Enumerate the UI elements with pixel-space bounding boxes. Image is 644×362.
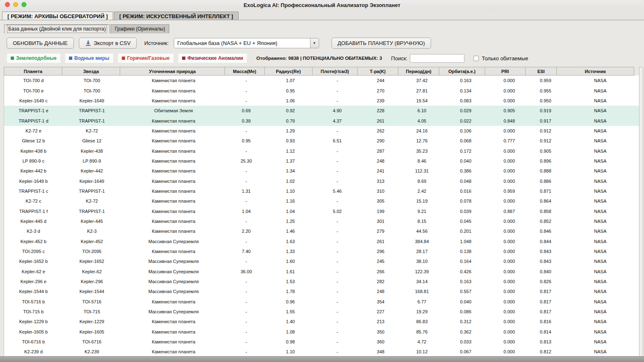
column-header-star[interactable]: Звезда xyxy=(62,67,120,76)
table-row[interactable]: Gliese 12 bGliese 12Каменистая планета0.… xyxy=(4,136,643,146)
column-header-density[interactable]: Плотн(г/см3) xyxy=(312,67,358,76)
column-header-nature[interactable]: Уточненная природа xyxy=(120,67,225,76)
cell-nature: Каменистая планета xyxy=(121,339,226,344)
cell-temp: 282 xyxy=(360,279,401,284)
search-input[interactable] xyxy=(410,54,464,63)
legend-color-swatch xyxy=(122,57,125,60)
cell-radius: 1.06 xyxy=(266,98,315,103)
cell-period: 9.21 xyxy=(401,209,443,214)
table-row[interactable]: K2-3 dK2-3Каменистая планета2.201.46-279… xyxy=(4,226,643,236)
close-button[interactable] xyxy=(5,2,10,7)
cell-radius: 1.55 xyxy=(266,309,315,314)
tab-database[interactable]: База данных (Двойной клик для паспорта) xyxy=(4,24,110,33)
table-row[interactable]: TOI-715 bTOI-715Массивная Суперземля-1.5… xyxy=(4,307,643,317)
cell-source: NASA xyxy=(561,219,639,224)
cell-planet: Kepler-296 e xyxy=(4,279,63,284)
cell-nature: Каменистая планета xyxy=(121,149,226,154)
column-header-source[interactable]: Источник xyxy=(556,67,634,76)
cell-radius: 1.10 xyxy=(266,349,315,354)
cell-radius: 1.04 xyxy=(266,209,315,214)
cell-nature: Обитаемая Земля xyxy=(121,108,226,113)
cell-radius: 1.12 xyxy=(266,149,315,154)
export-csv-icon xyxy=(85,40,91,46)
cell-planet: Kepler-452 b xyxy=(4,239,63,244)
cell-star: LP 890-9 xyxy=(63,159,121,163)
table-row[interactable]: K2-72 cK2-72Каменистая планета-1.16-3051… xyxy=(4,196,643,206)
table-row[interactable]: Kepler-442 bKepler-442Каменистая планета… xyxy=(4,166,643,176)
column-header-temp[interactable]: Т-ра(K) xyxy=(357,67,398,76)
cell-radius: 1.61 xyxy=(266,269,315,274)
column-header-pri[interactable]: PRI xyxy=(485,67,526,76)
table-row[interactable]: Kepler-1229 bKepler-1229Каменистая плане… xyxy=(4,317,643,327)
table-row[interactable]: TRAPPIST-1 eTRAPPIST-1Обитаемая Земля0.6… xyxy=(4,106,643,116)
refresh-data-button[interactable]: ОБНОВИТЬ ДАННЫЕ xyxy=(7,38,74,49)
cell-radius: 1.10 xyxy=(266,189,315,194)
cell-esi: 0.840 xyxy=(530,269,561,274)
cell-orbit: 0.068 xyxy=(443,138,489,143)
cell-esi: 0.852 xyxy=(530,219,561,224)
cell-period: 8.69 xyxy=(401,179,443,184)
cell-nature: Каменистая планета xyxy=(121,118,226,123)
vertical-scrollbar[interactable] xyxy=(639,67,643,358)
cell-nature: Каменистая планета xyxy=(121,78,226,83)
cell-orbit: 0.172 xyxy=(443,149,489,154)
tab-artificial-intelligence[interactable]: [ РЕЖИМ: ИСКУССТВЕННЫЙ ИНТЕЛЛЕКТ ] xyxy=(114,12,239,20)
cell-mass: - xyxy=(226,289,266,294)
cell-esi: 0.844 xyxy=(530,239,561,244)
add-planet-button[interactable]: ДОБАВИТЬ ПЛАНЕТУ (ВРУЧНУЮ) xyxy=(331,38,431,49)
table-row[interactable]: Kepler-1652 bKepler-1652Массивная Суперз… xyxy=(4,256,643,266)
column-header-orbit[interactable]: Орбита(а.е.) xyxy=(439,67,485,76)
cell-orbit: 0.040 xyxy=(443,299,489,304)
export-csv-button[interactable]: Экспорт в CSV xyxy=(79,38,137,49)
table-row[interactable]: TOI-6716 bTOI-6716Каменистая планета-0.9… xyxy=(4,337,643,347)
table-row[interactable]: Kepler-62 eKepler-62Массивная Суперземля… xyxy=(4,267,643,277)
table-row[interactable]: Kepler-1649 cKepler-1649Каменистая плане… xyxy=(4,96,643,106)
cell-density: - xyxy=(315,149,360,154)
cell-esi: 0.813 xyxy=(530,339,561,344)
maximize-button[interactable] xyxy=(21,2,26,7)
tab-observatory-archives[interactable]: [ РЕЖИМ: АРХИВЫ ОБСЕРВАТОРИЙ ] xyxy=(2,12,113,20)
table-row[interactable]: Kepler-1605 bKepler-1605Каменистая плане… xyxy=(4,327,643,337)
table-row[interactable]: TRAPPIST-1 cTRAPPIST-1Каменистая планета… xyxy=(4,186,643,196)
table-row[interactable]: LP 890-9 cLP 890-9Каменистая планета25.3… xyxy=(4,156,643,166)
minimize-button[interactable] xyxy=(13,2,18,7)
column-header-period[interactable]: Период(дн) xyxy=(398,67,439,76)
cell-period: 2.42 xyxy=(401,189,443,194)
column-header-planet[interactable]: Планета xyxy=(4,67,62,76)
column-header-esi[interactable]: ESI xyxy=(525,67,557,76)
cell-nature: Массивная Суперземля xyxy=(121,279,226,284)
cell-mass: - xyxy=(226,319,266,324)
cell-orbit: 0.078 xyxy=(443,199,489,203)
tab-charts[interactable]: Графики (Оригиналы) xyxy=(111,24,169,33)
table-row[interactable]: TRAPPIST-1 fTRAPPIST-1Каменистая планета… xyxy=(4,206,643,216)
table-row[interactable]: Kepler-1544 bKepler-1544Массивная Суперз… xyxy=(4,286,643,296)
table-row[interactable]: K2-239 dK2-239Каменистая планета-1.10-34… xyxy=(4,347,643,357)
table-row[interactable]: K2-72 eK2-72Каменистая планета-1.29-2622… xyxy=(4,126,643,136)
source-dropdown-button[interactable]: ▼ xyxy=(310,38,319,48)
cell-period: 27.81 xyxy=(401,88,443,93)
table-row[interactable]: TOI-700 dTOI-700Каменистая планета-1.07-… xyxy=(4,76,643,85)
table-row[interactable]: Kepler-296 eKepler-296Массивная Суперзем… xyxy=(4,277,643,286)
cell-esi: 0.912 xyxy=(530,138,561,143)
cell-nature: Каменистая планета xyxy=(121,88,226,93)
table-row[interactable]: TRAPPIST-1 dTRAPPIST-1Каменистая планета… xyxy=(4,116,643,125)
cell-temp: 279 xyxy=(360,229,401,234)
cell-period: 19.54 xyxy=(401,98,443,103)
table-row[interactable]: TOI-700 eTOI-700Каменистая планета-0.95-… xyxy=(4,85,643,95)
cell-density: - xyxy=(315,339,360,344)
cell-density: - xyxy=(315,249,360,254)
table-row[interactable]: TOI-5716 bTOI-5716Каменистая планета-0.9… xyxy=(4,297,643,307)
cell-radius: 1.63 xyxy=(266,239,315,244)
column-header-mass[interactable]: Масса(Me) xyxy=(225,67,265,76)
cell-temp: 245 xyxy=(360,259,401,264)
table-row[interactable]: TOI-2095 cTOI-2095Каменистая планета7.40… xyxy=(4,246,643,256)
table-row[interactable]: Kepler-452 bKepler-452Массивная Суперзем… xyxy=(4,237,643,246)
column-header-radius[interactable]: Радиус(Re) xyxy=(264,67,313,76)
table-row[interactable]: Kepler-445 dKepler-445Каменистая планета… xyxy=(4,216,643,226)
habitable-only-checkbox[interactable] xyxy=(474,56,479,61)
cell-planet: Kepler-1544 b xyxy=(4,289,63,294)
table-row[interactable]: Kepler-438 bKepler-438Каменистая планета… xyxy=(4,146,643,156)
source-select[interactable]: Глобальная база (NASA + EU + Япония) ▼ xyxy=(174,38,319,48)
cell-mass: - xyxy=(226,279,266,284)
table-row[interactable]: Kepler-1649 bKepler-1649Каменистая плане… xyxy=(4,176,643,186)
